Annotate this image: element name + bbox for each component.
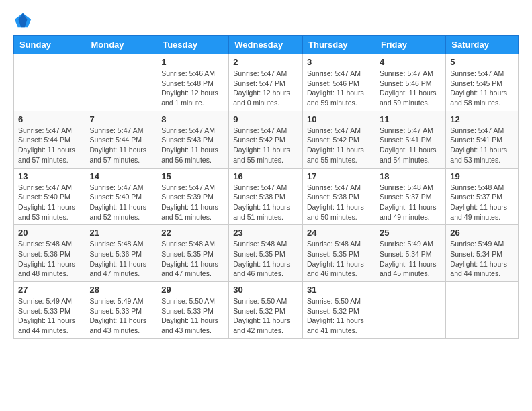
day-info: Sunrise: 5:47 AM Sunset: 5:41 PM Dayligh… — [450, 126, 514, 165]
day-info: Sunrise: 5:49 AM Sunset: 5:34 PM Dayligh… — [380, 239, 441, 279]
header-day-sunday: Sunday — [14, 36, 85, 54]
day-number: 3 — [307, 57, 371, 67]
day-info: Sunrise: 5:47 AM Sunset: 5:42 PM Dayligh… — [233, 126, 298, 165]
header-day-tuesday: Tuesday — [157, 36, 229, 54]
day-info: Sunrise: 5:48 AM Sunset: 5:35 PM Dayligh… — [233, 239, 298, 279]
day-number: 28 — [89, 285, 152, 295]
calendar-cell: 25Sunrise: 5:49 AM Sunset: 5:34 PM Dayli… — [375, 225, 445, 282]
header-day-thursday: Thursday — [303, 36, 375, 54]
calendar-cell: 28Sunrise: 5:49 AM Sunset: 5:33 PM Dayli… — [85, 282, 157, 339]
day-info: Sunrise: 5:47 AM Sunset: 5:46 PM Dayligh… — [307, 68, 371, 108]
calendar-cell: 14Sunrise: 5:47 AM Sunset: 5:40 PM Dayli… — [85, 168, 157, 225]
day-number: 17 — [307, 171, 371, 181]
calendar-cell — [446, 282, 519, 339]
calendar-week-3: 13Sunrise: 5:47 AM Sunset: 5:40 PM Dayli… — [14, 168, 519, 225]
day-info: Sunrise: 5:50 AM Sunset: 5:32 PM Dayligh… — [307, 296, 371, 336]
day-info: Sunrise: 5:48 AM Sunset: 5:35 PM Dayligh… — [161, 239, 224, 279]
day-number: 13 — [18, 171, 81, 181]
calendar-cell: 21Sunrise: 5:48 AM Sunset: 5:36 PM Dayli… — [85, 225, 157, 282]
day-number: 31 — [307, 285, 371, 295]
day-info: Sunrise: 5:50 AM Sunset: 5:32 PM Dayligh… — [233, 296, 298, 336]
day-number: 1 — [161, 57, 224, 67]
day-number: 10 — [307, 114, 371, 124]
day-info: Sunrise: 5:47 AM Sunset: 5:40 PM Dayligh… — [89, 183, 152, 222]
day-number: 24 — [307, 228, 371, 238]
calendar-cell: 26Sunrise: 5:49 AM Sunset: 5:34 PM Dayli… — [446, 225, 519, 282]
header-day-wednesday: Wednesday — [229, 36, 303, 54]
day-number: 2 — [233, 57, 298, 67]
day-info: Sunrise: 5:49 AM Sunset: 5:33 PM Dayligh… — [18, 296, 81, 336]
day-info: Sunrise: 5:47 AM Sunset: 5:42 PM Dayligh… — [307, 126, 371, 165]
day-info: Sunrise: 5:47 AM Sunset: 5:39 PM Dayligh… — [161, 183, 224, 222]
day-info: Sunrise: 5:48 AM Sunset: 5:37 PM Dayligh… — [380, 183, 441, 222]
day-info: Sunrise: 5:49 AM Sunset: 5:33 PM Dayligh… — [89, 296, 152, 336]
day-info: Sunrise: 5:46 AM Sunset: 5:48 PM Dayligh… — [161, 68, 224, 108]
day-number: 18 — [380, 171, 441, 181]
calendar-cell: 4Sunrise: 5:47 AM Sunset: 5:46 PM Daylig… — [375, 54, 445, 111]
day-number: 6 — [18, 114, 81, 124]
calendar-week-2: 6Sunrise: 5:47 AM Sunset: 5:44 PM Daylig… — [14, 111, 519, 168]
calendar-cell: 20Sunrise: 5:48 AM Sunset: 5:36 PM Dayli… — [14, 225, 85, 282]
day-info: Sunrise: 5:48 AM Sunset: 5:36 PM Dayligh… — [18, 239, 81, 279]
calendar-cell: 3Sunrise: 5:47 AM Sunset: 5:46 PM Daylig… — [303, 54, 375, 111]
calendar-cell: 23Sunrise: 5:48 AM Sunset: 5:35 PM Dayli… — [229, 225, 303, 282]
day-info: Sunrise: 5:49 AM Sunset: 5:34 PM Dayligh… — [450, 239, 514, 279]
calendar-cell: 27Sunrise: 5:49 AM Sunset: 5:33 PM Dayli… — [14, 282, 85, 339]
day-info: Sunrise: 5:48 AM Sunset: 5:35 PM Dayligh… — [307, 239, 371, 279]
page-header — [13, 11, 519, 30]
day-number: 30 — [233, 285, 298, 295]
day-number: 4 — [380, 57, 441, 67]
calendar-cell: 16Sunrise: 5:47 AM Sunset: 5:38 PM Dayli… — [229, 168, 303, 225]
calendar-cell: 15Sunrise: 5:47 AM Sunset: 5:39 PM Dayli… — [157, 168, 229, 225]
calendar-cell: 12Sunrise: 5:47 AM Sunset: 5:41 PM Dayli… — [446, 111, 519, 168]
calendar-cell: 17Sunrise: 5:47 AM Sunset: 5:38 PM Dayli… — [303, 168, 375, 225]
day-info: Sunrise: 5:47 AM Sunset: 5:43 PM Dayligh… — [161, 126, 224, 165]
calendar-cell: 18Sunrise: 5:48 AM Sunset: 5:37 PM Dayli… — [375, 168, 445, 225]
calendar-cell: 2Sunrise: 5:47 AM Sunset: 5:47 PM Daylig… — [229, 54, 303, 111]
calendar-cell: 30Sunrise: 5:50 AM Sunset: 5:32 PM Dayli… — [229, 282, 303, 339]
day-info: Sunrise: 5:47 AM Sunset: 5:38 PM Dayligh… — [307, 183, 371, 222]
day-number: 9 — [233, 114, 298, 124]
calendar-table: SundayMondayTuesdayWednesdayThursdayFrid… — [13, 35, 519, 339]
day-number: 25 — [380, 228, 441, 238]
calendar-cell: 31Sunrise: 5:50 AM Sunset: 5:32 PM Dayli… — [303, 282, 375, 339]
calendar-cell: 19Sunrise: 5:48 AM Sunset: 5:37 PM Dayli… — [446, 168, 519, 225]
calendar-week-5: 27Sunrise: 5:49 AM Sunset: 5:33 PM Dayli… — [14, 282, 519, 339]
calendar-cell: 29Sunrise: 5:50 AM Sunset: 5:33 PM Dayli… — [157, 282, 229, 339]
header-day-monday: Monday — [85, 36, 157, 54]
day-number: 7 — [89, 114, 152, 124]
day-info: Sunrise: 5:48 AM Sunset: 5:36 PM Dayligh… — [89, 239, 152, 279]
day-number: 8 — [161, 114, 224, 124]
calendar-cell — [85, 54, 157, 111]
day-number: 22 — [161, 228, 224, 238]
day-number: 23 — [233, 228, 298, 238]
calendar-cell: 7Sunrise: 5:47 AM Sunset: 5:44 PM Daylig… — [85, 111, 157, 168]
day-number: 20 — [18, 228, 81, 238]
calendar-cell — [375, 282, 445, 339]
calendar-cell: 6Sunrise: 5:47 AM Sunset: 5:44 PM Daylig… — [14, 111, 85, 168]
day-number: 12 — [450, 114, 514, 124]
calendar-cell: 5Sunrise: 5:47 AM Sunset: 5:45 PM Daylig… — [446, 54, 519, 111]
day-number: 27 — [18, 285, 81, 295]
calendar-header-row: SundayMondayTuesdayWednesdayThursdayFrid… — [14, 36, 519, 54]
calendar-cell: 24Sunrise: 5:48 AM Sunset: 5:35 PM Dayli… — [303, 225, 375, 282]
header-day-saturday: Saturday — [446, 36, 519, 54]
day-number: 16 — [233, 171, 298, 181]
day-info: Sunrise: 5:47 AM Sunset: 5:44 PM Dayligh… — [18, 126, 81, 165]
calendar-cell: 22Sunrise: 5:48 AM Sunset: 5:35 PM Dayli… — [157, 225, 229, 282]
day-number: 26 — [450, 228, 514, 238]
calendar-cell: 13Sunrise: 5:47 AM Sunset: 5:40 PM Dayli… — [14, 168, 85, 225]
day-info: Sunrise: 5:47 AM Sunset: 5:47 PM Dayligh… — [233, 68, 298, 108]
day-number: 19 — [450, 171, 514, 181]
day-number: 11 — [380, 114, 441, 124]
day-info: Sunrise: 5:47 AM Sunset: 5:40 PM Dayligh… — [18, 183, 81, 222]
calendar-cell: 1Sunrise: 5:46 AM Sunset: 5:48 PM Daylig… — [157, 54, 229, 111]
day-info: Sunrise: 5:47 AM Sunset: 5:46 PM Dayligh… — [380, 68, 441, 108]
day-number: 29 — [161, 285, 224, 295]
calendar-week-1: 1Sunrise: 5:46 AM Sunset: 5:48 PM Daylig… — [14, 54, 519, 111]
day-number: 14 — [89, 171, 152, 181]
day-info: Sunrise: 5:47 AM Sunset: 5:44 PM Dayligh… — [89, 126, 152, 165]
logo-icon — [13, 11, 32, 30]
day-info: Sunrise: 5:47 AM Sunset: 5:45 PM Dayligh… — [450, 68, 514, 108]
calendar-cell: 8Sunrise: 5:47 AM Sunset: 5:43 PM Daylig… — [157, 111, 229, 168]
